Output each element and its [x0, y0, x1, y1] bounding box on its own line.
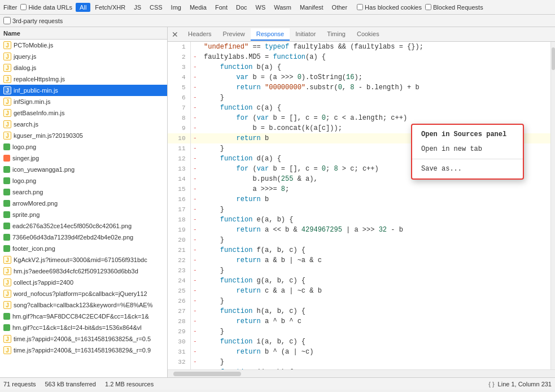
line-marker: -: [190, 245, 199, 255]
file-item[interactable]: hm.gif?cc=1&ck=1&cl=24-bit&ds=1536x864&v…: [0, 322, 167, 333]
line-number: 6: [168, 93, 190, 103]
line-marker: [190, 42, 199, 52]
close-button[interactable]: ✕: [170, 29, 180, 40]
line-marker: -: [190, 306, 199, 316]
file-item[interactable]: J repalceHttpsImg.js: [0, 73, 167, 85]
file-item[interactable]: eadc2676a352ce14ec5f8050c8c42061.png: [0, 220, 167, 232]
filter-btn-ws[interactable]: WS: [252, 3, 270, 12]
img-icon: [3, 189, 10, 195]
file-item[interactable]: logo.png: [0, 141, 167, 153]
h-scrollbar-thumb[interactable]: [173, 372, 241, 376]
file-item[interactable]: J dialog.js: [0, 62, 167, 73]
img-icon: [3, 155, 10, 162]
file-item[interactable]: J getBaseInfo.min.js: [0, 107, 167, 119]
tab-response[interactable]: Response: [251, 28, 290, 41]
tab-preview[interactable]: Preview: [217, 28, 251, 41]
tab-initiator[interactable]: Initiator: [290, 28, 321, 41]
file-item-selected[interactable]: J inf_public-min.js: [0, 85, 167, 96]
img-icon: [3, 143, 10, 150]
has-blocked-cookies-checkbox[interactable]: [357, 4, 363, 10]
img-icon: [3, 177, 10, 184]
filter-btn-fetch-xhr[interactable]: Fetch/XHR: [91, 3, 129, 12]
filter-btn-img[interactable]: Img: [167, 3, 185, 12]
blocked-requests-checkbox[interactable]: [425, 4, 431, 10]
filter-btn-other[interactable]: Other: [328, 3, 352, 12]
filter-btn-wasm[interactable]: Wasm: [270, 3, 295, 12]
third-party-label[interactable]: 3rd-party requests: [3, 17, 63, 24]
filter-btn-manifest[interactable]: Manifest: [296, 3, 327, 12]
js-icon: J: [3, 267, 11, 275]
file-item[interactable]: J song?callback=callback123&keyword=%E8%…: [0, 299, 167, 311]
open-in-new-tab-button[interactable]: Open in new tab: [412, 142, 523, 156]
line-marker: -: [190, 164, 199, 174]
img-icon: [3, 166, 10, 173]
file-item[interactable]: J word_nofocus?platform=pc&callback=jQue…: [0, 288, 167, 299]
vertical-scrollbar[interactable]: [550, 42, 555, 369]
has-blocked-cookies-label[interactable]: Has blocked cookies: [357, 4, 422, 11]
blocked-requests-label[interactable]: Blocked Requests: [425, 4, 483, 11]
tab-timing[interactable]: Timing: [321, 28, 351, 41]
filter-btn-js[interactable]: JS: [130, 3, 145, 12]
save-as-button[interactable]: Save as...: [412, 162, 523, 176]
hide-data-urls-label[interactable]: Hide data URLs: [20, 4, 72, 11]
code-area[interactable]: 1 "undefined" == typeof faultylabs && (f…: [168, 42, 555, 369]
file-item[interactable]: J kguser_min.js?20190305: [0, 130, 167, 141]
file-item[interactable]: J KgAckV2.js?timeout=3000&mid=671056f931…: [0, 254, 167, 265]
line-number: 31: [168, 347, 190, 357]
line-code: }: [199, 326, 555, 337]
file-item[interactable]: arrowMored.png: [0, 198, 167, 209]
file-item[interactable]: search.png: [0, 186, 167, 198]
line-number: 16: [168, 194, 190, 204]
line-code: for (var b = [], c = 0; c < a.length; c+…: [199, 113, 555, 123]
line-code: var b = (a >>> 0).toString(16);: [199, 72, 555, 82]
js-icon: J: [3, 346, 11, 354]
js-icon: J: [3, 120, 11, 128]
code-row: 33 - function j(a, b) {: [168, 367, 555, 369]
hide-data-urls-checkbox[interactable]: [20, 4, 27, 10]
scrollbar-thumb[interactable]: [552, 47, 555, 70]
file-name: infSign.min.js: [14, 98, 50, 105]
open-in-sources-panel-button[interactable]: Open in Sources panel: [412, 127, 523, 142]
js-icon: J: [3, 278, 11, 286]
file-item[interactable]: J time.js?appid=2400&_t=16314581963829&_…: [0, 345, 167, 356]
file-item[interactable]: footer_icon.png: [0, 243, 167, 254]
js-icon: J: [3, 256, 11, 264]
img-icon: [3, 211, 10, 218]
line-marker: -: [190, 194, 199, 204]
file-item[interactable]: singer.jpg: [0, 153, 167, 164]
name-header: Name: [3, 30, 20, 37]
line-marker: -: [190, 82, 199, 93]
file-item[interactable]: J hm.js?aedee6983d4cfc62f509129360d6bb3d: [0, 265, 167, 277]
line-marker: -: [190, 276, 199, 286]
file-item[interactable]: hm.gif?hca=9AF8DCC84C2EC4DF&cc=1&ck=1&: [0, 311, 167, 322]
line-code: a >>>= 8;: [199, 184, 555, 194]
file-item[interactable]: sprite.png: [0, 209, 167, 220]
code-row: 21 - function f(a, b, c) {: [168, 245, 555, 255]
code-row: 19 - return a << b & 4294967295 | a >>> …: [168, 225, 555, 235]
line-number: 1: [168, 42, 190, 52]
tab-cookies[interactable]: Cookies: [351, 28, 385, 41]
js-icon: J: [3, 53, 11, 60]
filter-btn-all[interactable]: All: [76, 3, 90, 12]
file-item[interactable]: 7366e06d43da71239d4f2ebd24b4e02e.png: [0, 232, 167, 243]
third-party-checkbox[interactable]: [3, 17, 11, 24]
file-item[interactable]: J time.js?appid=2400&_t=16314581963825&_…: [0, 333, 167, 345]
filter-btn-css[interactable]: CSS: [146, 3, 167, 12]
img-icon: [3, 324, 10, 331]
file-item[interactable]: J jquery.js: [0, 51, 167, 62]
horizontal-scrollbar[interactable]: [168, 369, 555, 377]
line-marker: -: [190, 154, 199, 164]
file-name: 7366e06d43da71239d4f2ebd24b4e02e.png: [12, 234, 133, 241]
file-item[interactable]: J collect.js?appid=2400: [0, 277, 167, 288]
filter-btn-media[interactable]: Media: [186, 3, 211, 12]
tab-headers[interactable]: Headers: [182, 28, 217, 41]
file-item[interactable]: J infSign.min.js: [0, 96, 167, 107]
file-item[interactable]: logo.png: [0, 175, 167, 186]
transfer-size: 563 kB transferred: [45, 381, 96, 387]
file-item[interactable]: J PCToMoblie.js: [0, 40, 167, 51]
line-marker: -: [190, 93, 199, 103]
file-item[interactable]: icon_yuewangga1.png: [0, 164, 167, 175]
filter-btn-doc[interactable]: Doc: [232, 3, 251, 12]
filter-btn-font[interactable]: Font: [211, 3, 231, 12]
file-item[interactable]: J search.js: [0, 119, 167, 130]
